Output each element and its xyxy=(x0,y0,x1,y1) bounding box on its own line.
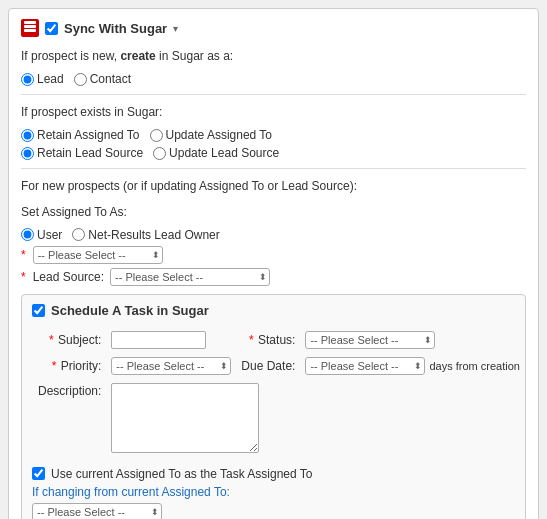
update-lead-option: Update Lead Source xyxy=(153,146,279,160)
status-select[interactable]: -- Please Select -- xyxy=(305,331,435,349)
due-date-group: -- Please Select -- days from creation xyxy=(305,357,519,375)
assigned-select[interactable]: -- Please Select -- xyxy=(33,246,163,264)
use-assigned-label: Use current Assigned To as the Task Assi… xyxy=(51,467,313,481)
retain-lead-option: Retain Lead Source xyxy=(21,146,143,160)
schedule-task-section: Schedule A Task in Sugar * Subject: * St… xyxy=(21,294,526,519)
update-lead-radio[interactable] xyxy=(153,147,166,160)
separator-1 xyxy=(21,94,526,95)
lead-source-row: * Lead Source: -- Please Select -- xyxy=(21,268,526,286)
status-select-cell: -- Please Select -- xyxy=(301,328,523,352)
panel-header: Sync With Sugar ▾ xyxy=(21,19,526,37)
assigned-to-radio-group: Retain Assigned To Update Assigned To xyxy=(21,128,526,142)
priority-required-star: * xyxy=(52,359,57,373)
net-results-radio[interactable] xyxy=(72,228,85,241)
update-lead-label: Update Lead Source xyxy=(169,146,279,160)
retain-assigned-option: Retain Assigned To xyxy=(21,128,140,142)
retain-assigned-label: Retain Assigned To xyxy=(37,128,140,142)
lead-label: Lead xyxy=(37,72,64,86)
days-text: days from creation xyxy=(429,360,519,372)
priority-label: Priority: xyxy=(61,359,102,373)
update-assigned-radio[interactable] xyxy=(150,129,163,142)
priority-select-cell: -- Please Select -- xyxy=(107,354,235,378)
changing-label: If changing from current Assigned To: xyxy=(32,485,515,499)
description-row: Description: xyxy=(34,380,524,459)
retain-lead-label: Retain Lead Source xyxy=(37,146,143,160)
use-assigned-row: Use current Assigned To as the Task Assi… xyxy=(32,467,515,481)
lead-source-select-wrapper: -- Please Select -- xyxy=(110,268,270,286)
lead-source-radio-group: Retain Lead Source Update Lead Source xyxy=(21,146,526,160)
new-prospect-radio-group: Lead Contact xyxy=(21,72,526,86)
subject-input-cell xyxy=(107,328,235,352)
changing-select-wrapper: -- Please Select -- xyxy=(32,503,162,519)
assigned-select-wrapper: -- Please Select -- xyxy=(33,246,163,264)
sync-with-sugar-checkbox[interactable] xyxy=(45,22,58,35)
subject-status-row: * Subject: * Status: -- Please Select -- xyxy=(34,328,524,352)
status-select-wrapper: -- Please Select -- xyxy=(305,331,435,349)
schedule-task-header: Schedule A Task in Sugar xyxy=(32,303,515,318)
retain-lead-radio[interactable] xyxy=(21,147,34,160)
contact-option: Contact xyxy=(74,72,131,86)
new-prospect-prefix: If prospect is new, xyxy=(21,49,117,63)
net-results-label: Net-Results Lead Owner xyxy=(88,228,219,242)
new-prospect-row: If prospect is new, create in Sugar as a… xyxy=(21,47,526,66)
update-assigned-option: Update Assigned To xyxy=(150,128,273,142)
sync-with-sugar-panel: Sync With Sugar ▾ If prospect is new, cr… xyxy=(8,8,539,519)
subject-label-cell: * Subject: xyxy=(34,328,105,352)
subject-required-star: * xyxy=(49,333,54,347)
user-label: User xyxy=(37,228,62,242)
lead-source-required-star: * xyxy=(21,270,26,284)
set-assigned-radio-group: User Net-Results Lead Owner xyxy=(21,228,526,242)
existing-prospect-label: If prospect exists in Sugar: xyxy=(21,103,526,122)
sugar-logo-icon xyxy=(21,19,39,37)
contact-radio[interactable] xyxy=(74,73,87,86)
priority-due-row: * Priority: -- Please Select -- Due Date… xyxy=(34,354,524,378)
changing-select[interactable]: -- Please Select -- xyxy=(32,503,162,519)
task-form-table: * Subject: * Status: -- Please Select -- xyxy=(32,326,526,461)
lead-source-select[interactable]: -- Please Select -- xyxy=(110,268,270,286)
lead-option: Lead xyxy=(21,72,64,86)
contact-label: Contact xyxy=(90,72,131,86)
due-select-cell: -- Please Select -- days from creation xyxy=(301,354,523,378)
user-radio[interactable] xyxy=(21,228,34,241)
assigned-select-row: * -- Please Select -- xyxy=(21,246,526,264)
assigned-to-description: For new prospects (or if updating Assign… xyxy=(21,177,526,196)
schedule-task-title: Schedule A Task in Sugar xyxy=(51,303,209,318)
description-textarea[interactable] xyxy=(111,383,259,453)
update-assigned-label: Update Assigned To xyxy=(166,128,273,142)
status-label-cell: * Status: xyxy=(237,328,299,352)
assigned-required-star: * xyxy=(21,248,26,262)
subject-label: Subject: xyxy=(58,333,101,347)
set-assigned-label: Set Assigned To As: xyxy=(21,203,526,222)
subject-input[interactable] xyxy=(111,331,206,349)
lead-source-label: Lead Source: xyxy=(33,270,104,284)
description-input-cell xyxy=(107,380,524,459)
separator-2 xyxy=(21,168,526,169)
user-option: User xyxy=(21,228,62,242)
priority-select[interactable]: -- Please Select -- xyxy=(111,357,231,375)
due-label-cell: Due Date: xyxy=(237,354,299,378)
retain-assigned-radio[interactable] xyxy=(21,129,34,142)
net-results-option: Net-Results Lead Owner xyxy=(72,228,219,242)
priority-select-wrapper: -- Please Select -- xyxy=(111,357,231,375)
status-label: Status: xyxy=(258,333,295,347)
priority-label-cell: * Priority: xyxy=(34,354,105,378)
due-select-wrapper: -- Please Select -- xyxy=(305,357,425,375)
create-text: create xyxy=(120,49,155,63)
due-select[interactable]: -- Please Select -- xyxy=(305,357,425,375)
lead-radio[interactable] xyxy=(21,73,34,86)
status-required-star: * xyxy=(249,333,254,347)
new-prospect-suffix: in Sugar as a: xyxy=(159,49,233,63)
schedule-task-checkbox[interactable] xyxy=(32,304,45,317)
bottom-section: Use current Assigned To as the Task Assi… xyxy=(32,467,515,519)
use-assigned-checkbox[interactable] xyxy=(32,467,45,480)
panel-title: Sync With Sugar xyxy=(64,21,167,36)
panel-dropdown-arrow[interactable]: ▾ xyxy=(173,23,178,34)
description-label-cell: Description: xyxy=(34,380,105,459)
